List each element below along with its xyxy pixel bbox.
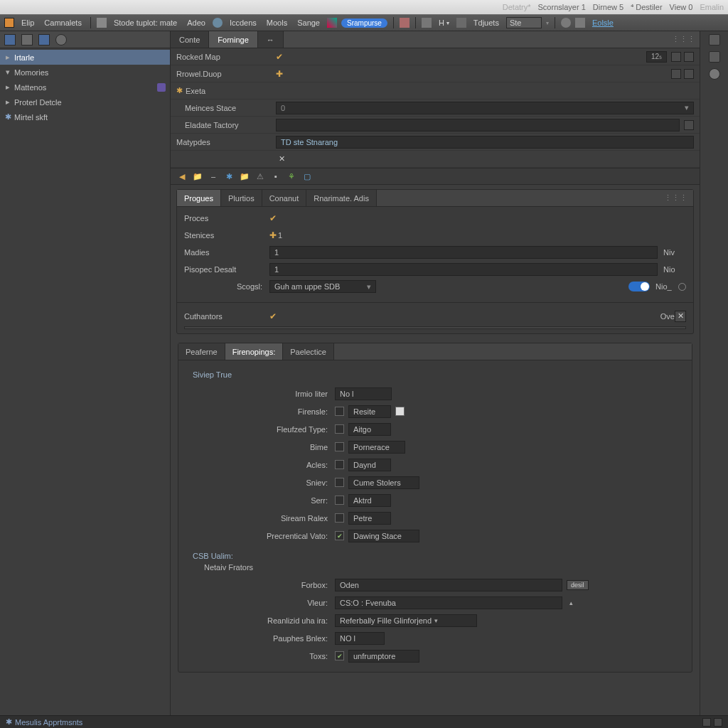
chevron-up-icon[interactable]: ▴ bbox=[567, 599, 573, 606]
status-tool-icon[interactable] bbox=[702, 718, 711, 727]
grid-icon[interactable] bbox=[684, 120, 694, 130]
sniev-value[interactable]: Cume Stolers bbox=[348, 476, 419, 489]
precrentical-value[interactable]: Dawing Stace bbox=[348, 530, 419, 542]
checkbox[interactable] bbox=[395, 407, 405, 416]
plus-icon[interactable]: ✚ bbox=[269, 230, 277, 240]
tab-arrows[interactable]: ↔ bbox=[258, 31, 284, 48]
reanlizid-value[interactable]: Referbally Fille Glinforjend▾ bbox=[335, 614, 477, 627]
tree-item-mirtel[interactable]: ✱Mirtel skft bbox=[0, 109, 170, 124]
matypdes-input[interactable] bbox=[276, 136, 694, 149]
firensle-value[interactable]: Resite bbox=[348, 405, 391, 418]
ostab-firenopings[interactable]: Firenopings: bbox=[225, 343, 284, 360]
expand-icon: ▸ bbox=[4, 53, 11, 62]
grid-icon[interactable] bbox=[684, 69, 694, 79]
meinces-dropdown[interactable]: 0▾ bbox=[276, 102, 694, 114]
checkbox[interactable] bbox=[335, 496, 344, 505]
checkbox[interactable] bbox=[335, 424, 344, 434]
gear-icon[interactable] bbox=[575, 18, 585, 28]
link-icon[interactable] bbox=[671, 69, 681, 79]
serr-value[interactable]: Aktrd bbox=[348, 494, 391, 507]
main-panel: Conte Forninge ↔ ⋮⋮⋮ Rocked Map ✔ 12₅ Rr… bbox=[171, 31, 700, 715]
radio-icon[interactable] bbox=[678, 283, 686, 291]
ntab-rnarimate[interactable]: Rnarimate. Adis bbox=[306, 190, 377, 206]
fleufzed-value[interactable]: Aitgo bbox=[348, 423, 391, 436]
menu-adeo[interactable]: Adeo bbox=[184, 17, 208, 28]
sidebar-tab-1[interactable] bbox=[4, 34, 16, 46]
sidebar-tab-2[interactable] bbox=[21, 34, 33, 46]
menu-sange[interactable]: Sange bbox=[294, 17, 323, 28]
menu-tdjuets[interactable]: Tdjuets bbox=[471, 17, 502, 28]
menu-iccdens[interactable]: Iccdens bbox=[227, 17, 259, 28]
eladate-input[interactable] bbox=[276, 119, 680, 132]
folder-icon[interactable]: 📁 bbox=[192, 171, 203, 182]
rail-icon-1[interactable] bbox=[709, 34, 720, 46]
acles-value[interactable]: Daynd bbox=[348, 459, 391, 471]
checkbox[interactable] bbox=[335, 442, 344, 451]
tree-icon[interactable]: ⚘ bbox=[286, 171, 297, 182]
vleur-value[interactable]: CS:O : Fvenuba bbox=[335, 596, 562, 609]
menu-mools[interactable]: Mools bbox=[264, 17, 290, 28]
rail-icon-2[interactable] bbox=[709, 51, 720, 63]
ostab-paelectice[interactable]: Paelectice bbox=[283, 343, 334, 360]
ste-input[interactable] bbox=[506, 17, 542, 28]
cup-icon[interactable]: ▢ bbox=[301, 171, 313, 182]
toxs-value[interactable]: unfrumptore bbox=[348, 650, 419, 663]
folder2-icon[interactable]: 📁 bbox=[239, 171, 250, 182]
scogsl-dropdown[interactable]: Guh am uppe SDB▾ bbox=[269, 280, 376, 293]
tree-item-momories[interactable]: ▾Momories bbox=[0, 65, 170, 80]
menu-h[interactable]: H▾ bbox=[436, 17, 452, 28]
checkbox[interactable] bbox=[335, 513, 344, 523]
forbox-value[interactable]: Oden bbox=[335, 579, 562, 592]
check-icon: ✔ bbox=[276, 52, 283, 62]
disk-icon[interactable]: ▪ bbox=[270, 171, 282, 182]
dash-icon[interactable]: – bbox=[208, 171, 219, 182]
scogsl-toggle[interactable] bbox=[628, 282, 650, 291]
checkbox[interactable]: ✔ bbox=[335, 531, 344, 540]
tree-item-mattenos[interactable]: ▸Mattenos bbox=[0, 80, 170, 95]
checkbox[interactable] bbox=[335, 407, 344, 416]
sidebar-tab-4[interactable] bbox=[55, 34, 67, 46]
pisopec-input[interactable] bbox=[269, 263, 658, 276]
menu-camnalets[interactable]: Camnalets bbox=[41, 17, 85, 28]
bime-value[interactable]: Pornerace bbox=[348, 441, 405, 454]
srampurse-pill[interactable]: Srampurse bbox=[341, 18, 387, 28]
tab-conte[interactable]: Conte bbox=[171, 31, 209, 48]
checkbox[interactable]: ✔ bbox=[335, 651, 344, 660]
chart-icon[interactable] bbox=[400, 18, 410, 28]
grid-icon[interactable]: ⋮⋮⋮ bbox=[672, 35, 695, 44]
siream-value[interactable]: Petre bbox=[348, 512, 391, 525]
cog-icon[interactable] bbox=[671, 52, 681, 62]
orow-vleur: Vleur:CS:O : Fvenuba▴ bbox=[207, 594, 682, 611]
irmio-value[interactable]: No l bbox=[335, 387, 392, 400]
grid-icon[interactable] bbox=[684, 52, 694, 62]
ntab-plurtios[interactable]: Plurtios bbox=[221, 190, 262, 206]
ntab-progues[interactable]: Progues bbox=[177, 190, 221, 206]
warning-icon[interactable]: ⚠ bbox=[255, 171, 266, 182]
menu-stode[interactable]: Stode tuplot: mate bbox=[111, 17, 180, 28]
nav-back-icon[interactable]: ◀ bbox=[176, 171, 188, 182]
tree-label: Proterl Detcle bbox=[14, 98, 62, 107]
tab-forninge[interactable]: Forninge bbox=[209, 31, 257, 48]
search-icon[interactable] bbox=[561, 18, 571, 28]
tool-icon[interactable] bbox=[456, 18, 466, 28]
plus-icon[interactable]: ✚ bbox=[276, 69, 283, 79]
tree-item-irtarle[interactable]: ▸Irtarle bbox=[0, 50, 170, 65]
list-icon[interactable] bbox=[422, 18, 432, 28]
ostab-peaferne[interactable]: Peaferne bbox=[178, 343, 225, 360]
ntab-conanut[interactable]: Conanut bbox=[262, 190, 307, 206]
desil-button[interactable]: desil bbox=[567, 580, 589, 590]
close-icon[interactable]: ✕ bbox=[279, 154, 285, 164]
tree-item-proterl[interactable]: ▸Proterl Detcle bbox=[0, 95, 170, 109]
rail-user-icon[interactable] bbox=[709, 68, 720, 80]
pauphes-value[interactable]: NO l bbox=[335, 632, 385, 645]
close-icon[interactable]: ✕ bbox=[675, 311, 686, 322]
menu-elip[interactable]: Elip bbox=[18, 17, 37, 28]
status-tool-icon[interactable] bbox=[714, 718, 722, 727]
checkbox[interactable] bbox=[335, 460, 344, 469]
madies-input[interactable] bbox=[269, 246, 658, 259]
wrench-icon[interactable]: ✱ bbox=[223, 171, 235, 182]
sidebar-tab-3[interactable] bbox=[38, 34, 50, 46]
grid-icon[interactable]: ⋮⋮⋮ bbox=[664, 193, 687, 203]
eolsle-link[interactable]: Eolsle bbox=[589, 17, 616, 28]
checkbox[interactable] bbox=[335, 478, 344, 487]
